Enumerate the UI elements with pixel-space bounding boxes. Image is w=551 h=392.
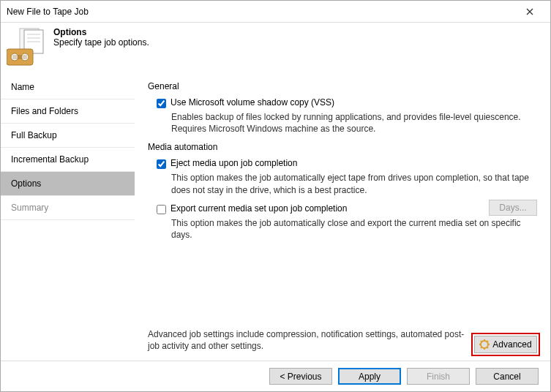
vss-checkbox[interactable] (157, 99, 166, 108)
svg-line-15 (487, 347, 488, 348)
sidebar-item-name[interactable]: Name (1, 75, 135, 99)
wizard-header: Options Specify tape job options. (1, 23, 550, 71)
svg-line-17 (481, 347, 482, 348)
window-title: New File to Tape Job (7, 7, 515, 17)
svg-line-16 (487, 341, 488, 342)
cancel-button[interactable]: Cancel (476, 368, 539, 385)
svg-line-14 (481, 341, 482, 342)
advanced-hint: Advanced job settings include compressio… (148, 328, 470, 352)
vss-description: Enables backup of files locked by runnin… (171, 111, 537, 135)
sidebar-item-summary[interactable]: Summary (1, 196, 135, 220)
close-icon (526, 8, 533, 15)
wizard-steps: Name Files and Folders Full Backup Incre… (1, 71, 135, 361)
export-label: Export current media set upon job comple… (170, 203, 347, 214)
previous-button[interactable]: < Previous (269, 368, 332, 385)
export-description: This option makes the job automatically … (171, 217, 537, 241)
gear-icon (479, 339, 490, 350)
advanced-button-label: Advanced (492, 339, 531, 350)
eject-label: Eject media upon job completion (170, 158, 297, 168)
advanced-button[interactable]: Advanced (474, 336, 537, 353)
days-button: Days... (489, 200, 537, 216)
sidebar-item-files-folders[interactable]: Files and Folders (1, 99, 135, 124)
page-subtitle: Specify tape job options. (53, 37, 149, 48)
apply-button[interactable]: Apply (338, 368, 401, 385)
section-general: General (148, 81, 539, 91)
sidebar-item-full-backup[interactable]: Full Backup (1, 124, 135, 148)
eject-checkbox[interactable] (157, 159, 166, 169)
eject-description: This option makes the job automatically … (171, 172, 537, 195)
page-title: Options (53, 27, 149, 37)
finish-button: Finish (407, 368, 470, 385)
sidebar-item-incremental-backup[interactable]: Incremental Backup (1, 148, 135, 172)
section-media-automation: Media automation (148, 142, 539, 152)
close-button[interactable] (515, 1, 544, 22)
tape-icon (7, 27, 48, 68)
export-checkbox[interactable] (157, 205, 166, 214)
svg-rect-8 (12, 55, 27, 59)
vss-label: Use Microsoft volume shadow copy (VSS) (170, 97, 334, 108)
sidebar-item-options[interactable]: Options (1, 172, 135, 196)
